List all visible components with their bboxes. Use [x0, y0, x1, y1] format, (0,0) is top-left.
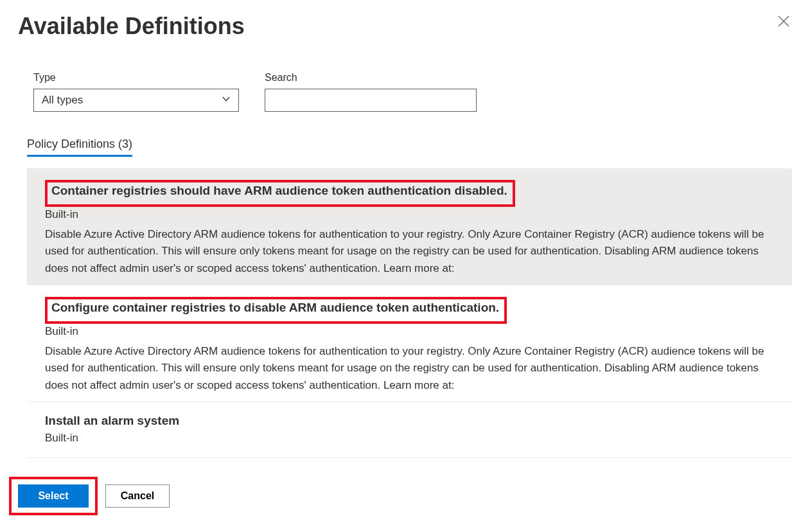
definition-description: Disable Azure Active Directory ARM audie…	[45, 226, 774, 277]
type-select[interactable]: All types	[33, 89, 239, 112]
annotation-highlight: Select	[9, 477, 98, 515]
annotation-highlight: Container registries should have ARM aud…	[45, 180, 515, 207]
definition-description: Disable Azure Active Directory ARM audie…	[45, 343, 774, 394]
definition-type: Built-in	[45, 432, 774, 445]
chevron-down-icon	[222, 94, 231, 107]
definition-type: Built-in	[45, 325, 774, 338]
panel-title: Available Definitions	[18, 13, 245, 40]
definition-title: Configure container registries to disabl…	[51, 301, 499, 315]
search-input[interactable]	[265, 89, 477, 112]
type-label: Type	[33, 72, 239, 84]
definitions-list-container: Container registries should have ARM aud…	[18, 168, 792, 469]
available-definitions-panel: Available Definitions Type All types Sea…	[0, 0, 810, 532]
cancel-button[interactable]: Cancel	[105, 484, 170, 508]
close-button[interactable]	[775, 13, 792, 31]
filters-row: Type All types Search	[18, 72, 792, 112]
tabs-row: Policy Definitions (3)	[18, 137, 792, 157]
select-button[interactable]: Select	[18, 484, 89, 508]
definition-type: Built-in	[45, 208, 774, 221]
list-item[interactable]: Container registries should have ARM aud…	[27, 168, 792, 285]
list-item[interactable]: Configure container registries to disabl…	[27, 285, 792, 402]
tab-policy-definitions[interactable]: Policy Definitions (3)	[27, 137, 132, 157]
type-filter-group: Type All types	[33, 72, 239, 112]
definition-title: Install an alarm system	[45, 414, 179, 428]
panel-footer: Select Cancel	[9, 469, 792, 519]
annotation-highlight: Configure container registries to disabl…	[45, 297, 507, 324]
close-icon	[778, 15, 789, 30]
type-select-value: All types	[42, 94, 83, 107]
panel-header: Available Definitions	[18, 13, 792, 40]
definition-title: Container registries should have ARM aud…	[51, 184, 507, 198]
search-label: Search	[265, 72, 477, 84]
search-filter-group: Search	[265, 72, 477, 112]
list-item[interactable]: Install an alarm system Built-in	[27, 402, 792, 458]
definitions-list-scroll[interactable]: Container registries should have ARM aud…	[27, 168, 792, 464]
